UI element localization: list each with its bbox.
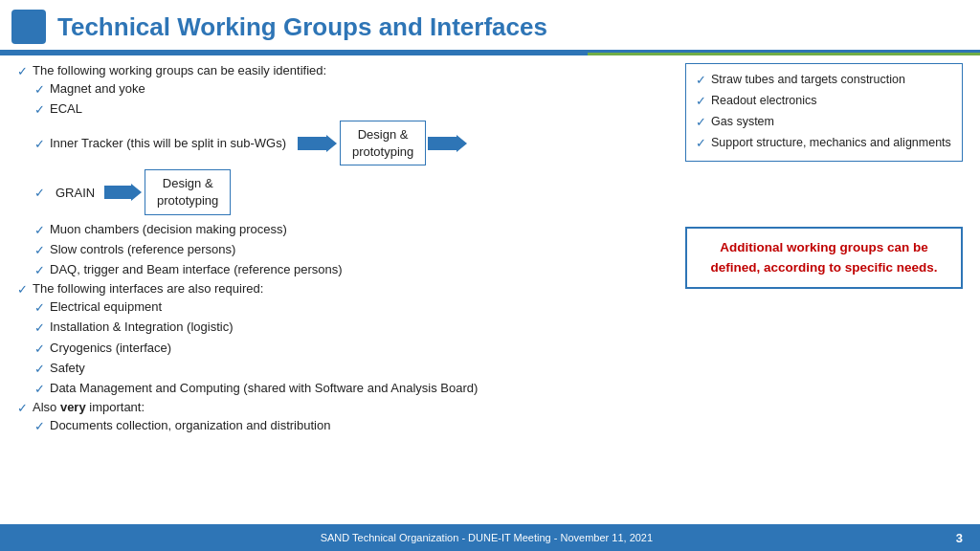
additional-groups-box: Additional working groups can be defined…: [685, 227, 963, 289]
check-icon: ✓: [17, 282, 28, 297]
item-label: Cryogenics (interface): [50, 340, 171, 357]
design-prototyping-label: Design &prototyping: [340, 121, 426, 165]
list-item: ✓ DAQ, trigger and Beam interface (refer…: [34, 261, 666, 279]
grain-row: ✓ GRAIN Design &prototyping: [34, 169, 666, 214]
item-label: Muon chambers (decision making process): [50, 221, 287, 238]
check-icon: ✓: [34, 299, 45, 317]
check-icon: ✓: [34, 361, 45, 378]
main-content: ✓ The following working groups can be ea…: [0, 55, 980, 515]
item-label: Electrical equipment: [50, 298, 162, 316]
arrow-head2: [457, 135, 467, 152]
list-item: ✓ Straw tubes and targets construction: [696, 71, 952, 90]
arrow-shaft2: [428, 137, 457, 150]
check-icon: ✓: [696, 135, 706, 153]
list-item: ✓ Muon chambers (decision making process…: [34, 221, 666, 239]
page-title: Technical Working Groups and Interfaces: [57, 12, 547, 42]
item-label: Installation & Integration (logistic): [50, 319, 233, 336]
list-item: ✓ Documents collection, organization and…: [34, 417, 666, 435]
arrow-head: [326, 135, 337, 152]
item-label: Gas system: [711, 113, 774, 130]
item-label: Magnet and yoke: [50, 80, 145, 98]
item-label: Readout electronics: [711, 92, 816, 109]
left-column: ✓ The following working groups can be ea…: [17, 63, 676, 511]
header-icon: [11, 10, 46, 44]
grain-arrow: Design &prototyping: [100, 169, 231, 214]
page-number: 3: [956, 531, 963, 545]
list-item: ✓ Electrical equipment: [34, 298, 666, 317]
arrow-group2: [428, 137, 457, 150]
check-icon: ✓: [34, 381, 45, 398]
interfaces-text: The following interfaces are also requir…: [33, 281, 263, 296]
check-icon: ✓: [17, 401, 28, 415]
check-icon: ✓: [34, 186, 45, 200]
item-label: Straw tubes and targets construction: [711, 71, 905, 88]
check-icon: ✓: [34, 137, 45, 151]
item-label: Documents collection, organization and d…: [50, 417, 330, 434]
check-icon: ✓: [34, 418, 45, 435]
item-label: Data Management and Computing (shared wi…: [50, 380, 478, 397]
slide-header: Technical Working Groups and Interfaces: [0, 0, 980, 53]
list-item: ✓ ECAL: [34, 100, 666, 119]
item-label: Safety: [50, 360, 85, 377]
item-label: ECAL: [50, 100, 82, 118]
check-icon: ✓: [34, 341, 45, 358]
design-box: Design &prototyping: [340, 121, 426, 165]
item-label: Support structure, mechanics and alignme…: [711, 134, 951, 151]
list-item: ✓ Safety: [34, 360, 666, 378]
list-item: ✓ Magnet and yoke: [34, 80, 666, 99]
list-item: ✓ Readout electronics: [696, 92, 952, 111]
item-label: DAQ, trigger and Beam interface (referen…: [50, 261, 343, 278]
very-bold: very: [60, 400, 86, 414]
intro-bullet: ✓ The following working groups can be ea…: [17, 63, 666, 78]
item-label: Inner Tracker (this will be split in sub…: [50, 136, 286, 150]
grain-arrow-head: [131, 184, 142, 201]
interfaces-bullet: ✓ The following interfaces are also requ…: [17, 281, 666, 297]
right-column: ✓ Straw tubes and targets construction ✓…: [676, 63, 963, 511]
list-item: ✓ Installation & Integration (logistic): [34, 319, 666, 337]
arrow-shaft: [298, 137, 326, 150]
slide-footer: SAND Technical Organization - DUNE-IT Me…: [0, 524, 980, 551]
check-icon: ✓: [696, 72, 706, 90]
grain-label: GRAIN: [56, 186, 95, 200]
check-icon: ✓: [34, 320, 45, 337]
grain-design-box: Design &prototyping: [145, 169, 231, 214]
grain-design-label: Design &prototyping: [145, 169, 231, 214]
check-icon: ✓: [34, 262, 45, 279]
straw-tubes-box: ✓ Straw tubes and targets construction ✓…: [685, 63, 963, 162]
check-icon: ✓: [34, 222, 45, 239]
list-item: ✓ Gas system: [696, 113, 952, 132]
check-icon: ✓: [696, 114, 706, 132]
also-bullet: ✓ Also very important:: [17, 400, 666, 415]
additional-text: Additional working groups can be defined…: [710, 240, 937, 274]
check-icon: ✓: [34, 81, 45, 99]
check-icon: ✓: [696, 93, 706, 111]
footer-center: SAND Technical Organization - DUNE-IT Me…: [321, 532, 653, 543]
check-icon: ✓: [17, 64, 28, 78]
item-label: Slow controls (reference persons): [50, 241, 235, 258]
grain-arrow-shaft: [104, 186, 131, 199]
intro-text: The following working groups can be easi…: [33, 63, 326, 77]
list-item: ✓ Slow controls (reference persons): [34, 241, 666, 259]
list-item: ✓ Cryogenics (interface): [34, 340, 666, 358]
check-icon: ✓: [34, 101, 45, 119]
also-text: Also very important:: [33, 400, 145, 414]
arrow-group: Design &prototyping: [298, 121, 457, 165]
list-item: ✓ Data Management and Computing (shared …: [34, 380, 666, 398]
list-item: ✓ Support structure, mechanics and align…: [696, 134, 952, 153]
check-icon: ✓: [34, 242, 45, 259]
inner-tracker-row: ✓ Inner Tracker (this will be split in s…: [34, 121, 666, 165]
